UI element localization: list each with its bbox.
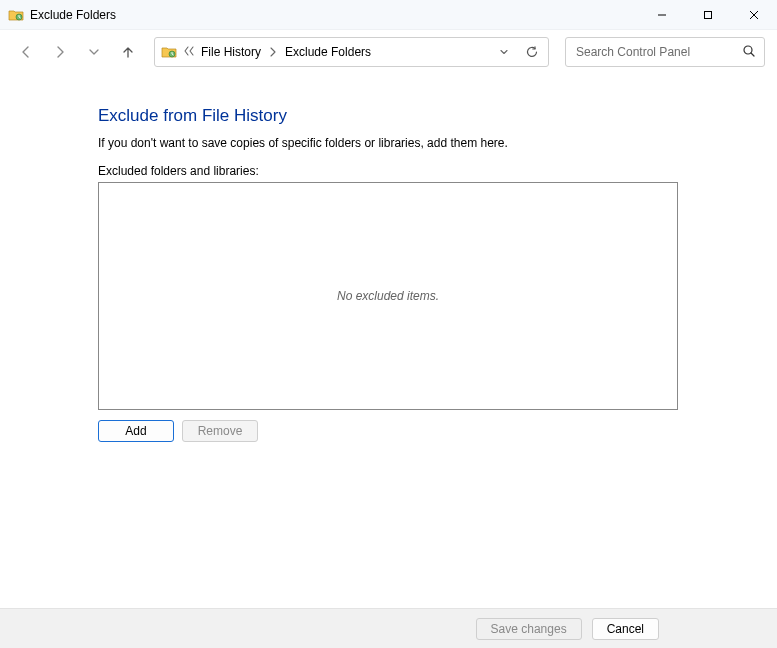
save-changes-button: Save changes [476, 618, 582, 640]
breadcrumb-exclude-folders[interactable]: Exclude Folders [283, 45, 373, 59]
minimize-button[interactable] [639, 0, 685, 30]
remove-button: Remove [182, 420, 258, 442]
chevron-right-icon[interactable] [269, 47, 277, 57]
address-dropdown-button[interactable] [492, 40, 516, 64]
up-button[interactable] [114, 38, 142, 66]
app-icon [8, 7, 24, 23]
empty-list-text: No excluded items. [337, 289, 439, 303]
svg-rect-2 [705, 11, 712, 18]
list-button-row: Add Remove [98, 420, 777, 442]
window-title: Exclude Folders [30, 8, 116, 22]
address-bar[interactable]: File History Exclude Folders [154, 37, 549, 67]
search-input[interactable] [574, 44, 736, 60]
search-box[interactable] [565, 37, 765, 67]
path-overflow-icon[interactable] [183, 45, 195, 59]
maximize-button[interactable] [685, 0, 731, 30]
title-bar: Exclude Folders [0, 0, 777, 30]
excluded-list[interactable]: No excluded items. [98, 182, 678, 410]
main-content: Exclude from File History If you don't w… [0, 74, 777, 442]
breadcrumb-file-history[interactable]: File History [199, 45, 263, 59]
back-button[interactable] [12, 38, 40, 66]
list-label: Excluded folders and libraries: [98, 164, 777, 178]
close-button[interactable] [731, 0, 777, 30]
cancel-button[interactable]: Cancel [592, 618, 659, 640]
refresh-button[interactable] [520, 40, 544, 64]
page-heading: Exclude from File History [98, 106, 777, 126]
add-button[interactable]: Add [98, 420, 174, 442]
nav-bar: File History Exclude Folders [0, 30, 777, 74]
recent-locations-button[interactable] [80, 38, 108, 66]
footer-bar: Save changes Cancel [0, 608, 777, 648]
search-icon [742, 44, 756, 61]
forward-button[interactable] [46, 38, 74, 66]
location-icon [161, 44, 177, 60]
page-subtext: If you don't want to save copies of spec… [98, 136, 777, 150]
window-controls [639, 0, 777, 30]
svg-line-7 [751, 53, 754, 56]
